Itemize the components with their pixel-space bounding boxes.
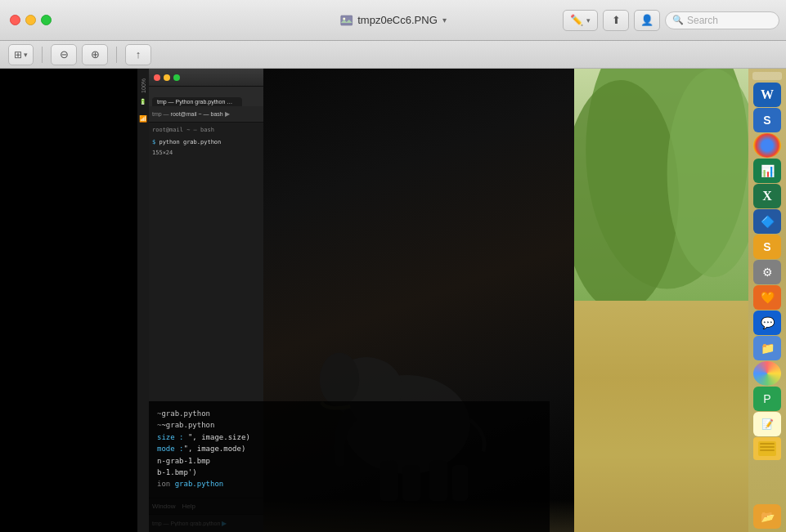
t-close <box>154 74 160 81</box>
t-max <box>173 74 180 81</box>
image-icon <box>339 14 353 27</box>
dock-icon-chrome[interactable] <box>753 133 781 158</box>
dock-icon-photos[interactable] <box>753 361 781 386</box>
code-line-4: mode :", image.mode) <box>157 443 541 454</box>
tree-svg <box>574 69 748 324</box>
share-icon: ⬆ <box>612 14 621 26</box>
close-button[interactable] <box>10 15 20 25</box>
dock-icon-stickies[interactable] <box>753 437 781 460</box>
sidebar-narrow: 100% 🔋 📶 <box>137 69 149 532</box>
zoom-out-button[interactable]: ⊖ <box>51 44 77 65</box>
secondary-toolbar: ⊞ ▾ ⊖ ⊕ ↑ <box>0 41 786 69</box>
dock-icon-blue[interactable]: 🔷 <box>753 209 781 234</box>
traffic-lights[interactable] <box>10 15 52 25</box>
dock-icon-settings[interactable]: ⚙ <box>753 260 781 284</box>
terminal-line-3: 155×24 <box>152 149 260 158</box>
grass-svg <box>574 301 748 533</box>
toolbar-right: ✏️ ▾ ⬆ 👤 🔍 Search <box>563 10 779 31</box>
savanna-region <box>574 69 748 532</box>
layout-button[interactable]: ⊞ ▾ <box>8 44 34 65</box>
zoom-in-button[interactable]: ⊕ <box>82 44 108 65</box>
minimize-button[interactable] <box>25 15 36 25</box>
terminal-titlebar <box>149 69 263 87</box>
title-dropdown-arrow[interactable]: ▾ <box>442 16 447 25</box>
code-line-2: ~~grab.python <box>157 419 541 431</box>
search-bar[interactable]: 🔍 Search <box>665 11 779 29</box>
toolbar-separator-2 <box>116 47 117 63</box>
zoom-out-icon: ⊖ <box>60 48 69 60</box>
terminal-caret: ▶ <box>225 110 230 118</box>
screenshot-image: 100% 🔋 📶 tmp — Python grab.python — 155×… <box>0 69 786 532</box>
code-overlay: ~grab.python ~~grab.python size : ", ima… <box>149 401 550 532</box>
zoom-in-icon: ⊕ <box>91 48 100 60</box>
search-placeholder: Search <box>687 15 718 26</box>
svg-rect-13 <box>574 301 748 533</box>
grass-area <box>574 301 748 533</box>
export-button[interactable]: ↑ <box>125 44 151 65</box>
terminal-tab-1[interactable]: tmp — Python grab.python — 155×24 <box>152 97 242 106</box>
user-button[interactable]: 👤 <box>634 10 660 31</box>
code-line-5: n-grab-1.bmp <box>157 455 541 467</box>
maximize-button[interactable] <box>41 15 52 25</box>
terminal-tab-2[interactable]: tmp — root@mail ~ — bash <box>152 111 223 117</box>
pen-icon: ✏️ <box>570 14 583 26</box>
svg-point-4 <box>320 353 359 407</box>
dock-spacer <box>752 72 782 80</box>
user-icon: 👤 <box>640 14 654 26</box>
code-content: ~grab.python ~~grab.python size : ", ima… <box>157 408 541 490</box>
title-bar: tmpz0eCc6.PNG ▾ ✏️ ▾ ⬆ 👤 🔍 Search <box>0 0 786 41</box>
dock-icon-folder[interactable]: 📁 <box>753 336 781 360</box>
code-line-7: ion grab.python <box>157 478 541 490</box>
dock-icon-sketch[interactable]: S <box>753 235 781 259</box>
dock-icon-word[interactable]: W <box>753 83 781 107</box>
markup-dropdown[interactable]: ▾ <box>586 16 591 25</box>
dock-icon-s1[interactable]: S <box>753 108 781 132</box>
t-min <box>164 74 170 81</box>
dock: W S 📊 X 🔷 S ⚙ 🧡 <box>748 69 786 532</box>
code-line-3: size : ", image.size) <box>157 431 541 443</box>
dock-icon-excel[interactable]: X <box>753 184 781 208</box>
dock-icon-green[interactable]: P <box>753 387 781 411</box>
svg-rect-0 <box>340 16 352 25</box>
dock-icon-chart[interactable]: 📊 <box>753 159 781 183</box>
terminal-tabs: tmp — Python grab.python — 155×24 <box>149 87 263 106</box>
dock-icon-blue2[interactable]: 💬 <box>753 311 781 335</box>
toolbar-separator-1 <box>42 47 43 63</box>
dock-icon-bottom[interactable]: 📂 <box>753 504 781 529</box>
share-button[interactable]: ⬆ <box>603 10 629 31</box>
tree-area <box>574 69 748 324</box>
layout-dropdown-arrow[interactable]: ▾ <box>24 51 28 59</box>
export-icon: ↑ <box>136 48 141 60</box>
markup-button[interactable]: ✏️ ▾ <box>563 10 598 31</box>
preview-main: 100% 🔋 📶 tmp — Python grab.python — 155×… <box>0 69 786 532</box>
code-line-6: b-1.bmp') <box>157 467 541 478</box>
terminal-line-2: $ python grab.python <box>152 138 260 147</box>
dock-icon-notes[interactable]: 📝 <box>753 412 781 436</box>
dock-icon-orange[interactable]: 🧡 <box>753 285 781 310</box>
code-line-1: ~grab.python <box>157 408 541 419</box>
terminal-line-1: root@mail ~ — bash <box>152 126 260 135</box>
layout-icon: ⊞ <box>14 49 22 60</box>
left-black-region <box>0 69 137 532</box>
window-title: tmpz0eCc6.PNG ▾ <box>339 14 447 27</box>
terminal-tab-row-2: tmp — root@mail ~ — bash ▶ <box>149 106 263 123</box>
preview-canvas[interactable]: 100% 🔋 📶 tmp — Python grab.python — 155×… <box>0 69 786 532</box>
search-icon: 🔍 <box>672 15 684 25</box>
